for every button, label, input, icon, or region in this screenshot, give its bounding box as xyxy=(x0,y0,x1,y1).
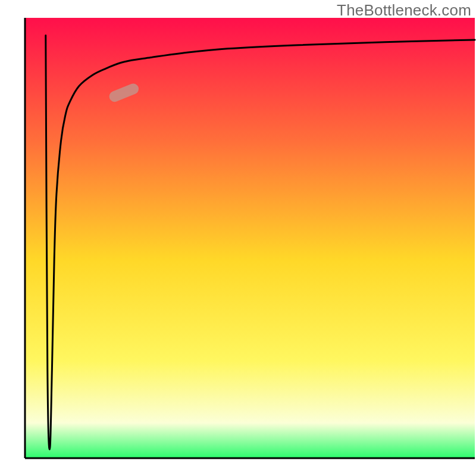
attribution-text: TheBottleneck.com xyxy=(337,1,471,20)
plot-background xyxy=(25,18,475,458)
chart-svg xyxy=(0,0,476,476)
chart-container: { "attribution": "TheBottleneck.com", "c… xyxy=(0,0,476,476)
